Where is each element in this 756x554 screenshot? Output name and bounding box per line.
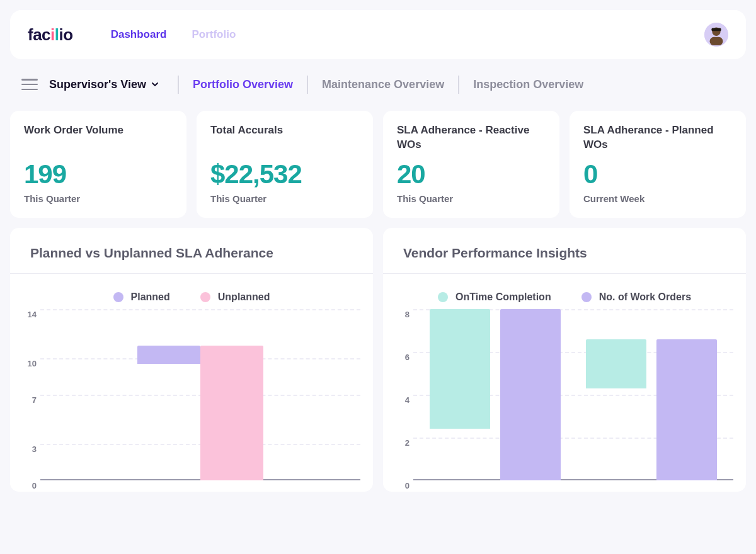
bar [656,339,717,480]
swatch-icon [113,292,123,302]
chart-plot: 0371014 [40,309,360,492]
nav-link-dashboard[interactable]: Dashboard [111,28,167,41]
kpi-title: Work Order Volume [24,123,173,138]
kpi-value: $22,532 [210,159,359,189]
y-tick-label: 0 [19,481,37,490]
nav-link-portfolio[interactable]: Portfolio [192,28,236,41]
kpi-card-sla-planned: SLA Adherance - Planned WOs 0 Current We… [570,111,746,218]
tab-maintenance-overview[interactable]: Maintenance Overview [307,76,458,94]
app-frame: facilio Dashboard Portfolio Supervisor's… [0,10,756,554]
legend-item-planned[interactable]: Planned [113,291,170,303]
sub-tabs: Portfolio Overview Maintenance Overview … [178,76,597,94]
chart-card-sla: Planned vs Unplanned SLA Adherance Plann… [10,228,373,492]
y-tick-label: 8 [392,310,410,319]
charts-row: Planned vs Unplanned SLA Adherance Plann… [10,228,746,492]
y-tick-label: 2 [392,438,410,448]
kpi-value: 0 [583,159,732,189]
chart-header: Planned vs Unplanned SLA Adherance [10,228,373,274]
bars [40,309,360,480]
kpi-card-total-accurals: Total Accurals $22,532 This Quarter [197,111,373,218]
y-tick-label: 7 [19,395,37,405]
chart-title: Planned vs Unplanned SLA Adherance [30,246,353,261]
kpi-sub: Current Week [583,193,732,204]
subbar: Supervisor's View Portfolio Overview Mai… [10,65,746,103]
tab-inspection-overview[interactable]: Inspection Overview [458,76,597,94]
chart-legend: OnTime Completion No. of Work Orders [383,274,746,309]
chart-header: Vendor Performance Insights [383,228,746,274]
avatar-image [704,23,728,47]
legend-label: Planned [131,291,170,303]
kpi-title: SLA Adherance - Reactive WOs [397,123,546,152]
nav-links: Dashboard Portfolio [111,28,236,41]
view-picker[interactable]: Supervisor's View [49,78,159,91]
bars [413,309,733,480]
tab-portfolio-overview[interactable]: Portfolio Overview [178,76,307,94]
kpi-value: 199 [24,159,173,189]
kpi-sub: This Quarter [24,193,173,204]
chart-plot: 02468 [413,309,733,492]
bar-group [430,309,561,480]
chevron-down-icon [151,81,159,88]
kpi-sub: This Quarter [210,193,359,204]
legend-label: OnTime Completion [455,291,551,303]
swatch-icon [438,292,448,302]
brand-logo[interactable]: facilio [28,25,73,45]
kpi-sub: This Quarter [397,193,546,204]
avatar[interactable] [704,23,728,47]
chart-legend: Planned Unplanned [10,274,373,309]
y-tick-label: 10 [19,358,37,368]
bar-group [586,339,717,480]
kpi-card-work-order-volume: Work Order Volume 199 This Quarter [10,111,186,218]
navbar: facilio Dashboard Portfolio [10,10,746,59]
bar [430,309,490,429]
svg-rect-2 [710,37,723,45]
y-tick-label: 6 [392,353,410,362]
y-tick-label: 14 [19,310,37,319]
kpi-value: 20 [397,159,546,189]
svg-rect-3 [711,28,721,31]
legend-item-wocount[interactable]: No. of Work Orders [581,291,691,303]
legend-label: Unplanned [218,291,270,303]
kpi-title: Total Accurals [210,123,359,138]
kpi-row: Work Order Volume 199 This Quarter Total… [10,111,746,218]
bar [586,339,646,388]
legend-item-unplanned[interactable]: Unplanned [200,291,270,303]
swatch-icon [200,292,210,302]
bar-group [137,346,263,480]
kpi-card-sla-reactive: SLA Adherance - Reactive WOs 20 This Qua… [383,111,559,218]
bar [500,309,561,480]
hamburger-icon[interactable] [21,79,38,90]
legend-label: No. of Work Orders [599,291,691,303]
kpi-title: SLA Adherance - Planned WOs [583,123,732,152]
chart-card-vendor: Vendor Performance Insights OnTime Compl… [383,228,746,492]
chart-title: Vendor Performance Insights [403,246,726,261]
legend-item-ontime[interactable]: OnTime Completion [438,291,551,303]
swatch-icon [581,292,592,302]
view-picker-label: Supervisor's View [49,78,146,91]
bar [200,346,263,480]
y-tick-label: 0 [392,481,410,490]
bar [137,346,200,364]
y-tick-label: 3 [19,444,37,453]
y-tick-label: 4 [392,395,410,405]
